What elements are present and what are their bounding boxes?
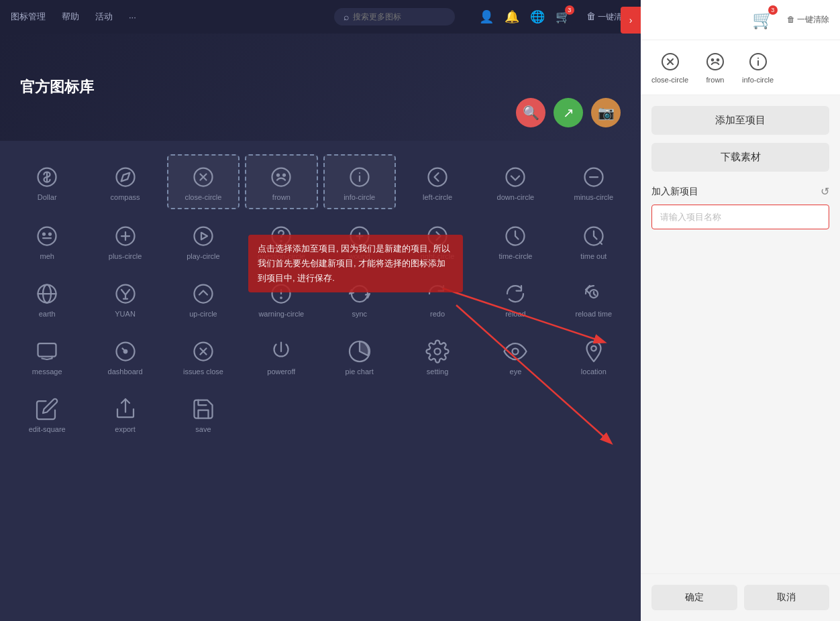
icon-label-issues-close: issues close bbox=[183, 368, 223, 376]
icon-label-down-circle: down-circle bbox=[497, 193, 535, 201]
icon-label-question-circle: question-circle bbox=[258, 252, 305, 260]
icon-cell-plus-circle[interactable]: plus-circle bbox=[89, 215, 161, 267]
nav-more[interactable]: ··· bbox=[129, 12, 136, 22]
icon-label-up-circle: up-circle bbox=[189, 310, 217, 318]
icon-label-timeout: time out bbox=[580, 252, 607, 260]
icon-label-right-circle: right-circle bbox=[421, 252, 455, 260]
icon-cell-right-circle[interactable]: right-circle bbox=[401, 215, 474, 267]
icon-label-eye: eye bbox=[510, 368, 522, 376]
banner: 官方图标库 🔍 ↗ 📷 bbox=[0, 34, 641, 141]
icon-cell-dashboard[interactable]: dashboard bbox=[89, 330, 161, 382]
icon-cell-poweroff[interactable]: poweroff bbox=[245, 330, 317, 382]
icon-label-export: export bbox=[115, 425, 136, 433]
main-area: 图标管理 帮助 活动 ··· ⌕ 👤 🔔 🌐 🛒 3 🗑 一键清除 官方图标库 … bbox=[0, 0, 641, 621]
icon-cell-eye[interactable]: eye bbox=[479, 330, 552, 382]
icon-cell-down-circle[interactable]: down-circle bbox=[479, 154, 552, 209]
icon-cell-location[interactable]: location bbox=[558, 330, 630, 382]
icon-label-wound: wound bbox=[348, 252, 370, 260]
svg-rect-30 bbox=[38, 343, 56, 357]
svg-point-3 bbox=[116, 168, 134, 186]
icon-cell-reload-time[interactable]: reload time bbox=[558, 272, 630, 325]
icon-cell-close-circle[interactable]: close-circle bbox=[167, 154, 240, 209]
panel-cart-badge: 3 bbox=[768, 5, 778, 15]
refresh-icon[interactable]: ↺ bbox=[821, 185, 829, 198]
icon-cell-time-circle[interactable]: time-circle bbox=[479, 215, 552, 267]
icon-cell-yuan[interactable]: YUAN bbox=[89, 272, 161, 325]
svg-point-7 bbox=[283, 174, 285, 176]
icon-label-info-circle: info-circle bbox=[344, 193, 375, 201]
icon-cell-export[interactable]: export bbox=[89, 388, 161, 440]
panel-selected-icon-label-frown: frown bbox=[706, 76, 725, 84]
user-icon[interactable]: 👤 bbox=[479, 9, 494, 24]
icon-label-dollar: Dollar bbox=[38, 193, 57, 201]
project-name-input[interactable] bbox=[651, 205, 829, 229]
panel-header: 🛒 3 🗑 一键清除 bbox=[641, 0, 840, 40]
icon-cell-pie-chart[interactable]: pie chart bbox=[323, 330, 396, 382]
svg-point-5 bbox=[272, 168, 291, 186]
confirm-btn[interactable]: 确定 bbox=[651, 585, 737, 610]
icon-label-frown: frown bbox=[272, 193, 291, 201]
panel-content: 添加至项目 下载素材 加入新项目 ↺ bbox=[641, 95, 840, 573]
panel-toggle-btn[interactable]: › bbox=[621, 7, 641, 34]
nav-help[interactable]: 帮助 bbox=[62, 11, 79, 23]
bell-icon[interactable]: 🔔 bbox=[505, 9, 519, 24]
svg-point-12 bbox=[38, 227, 56, 245]
svg-point-18 bbox=[281, 241, 282, 242]
icon-cell-info-circle[interactable]: info-circle bbox=[323, 154, 396, 209]
icon-label-redo: redo bbox=[430, 310, 445, 318]
svg-point-16 bbox=[194, 227, 212, 245]
banner-title: 官方图标库 bbox=[20, 77, 94, 97]
icon-cell-wound[interactable]: wound bbox=[323, 215, 396, 267]
panel-selected-icon-frown: frown bbox=[704, 51, 726, 84]
icon-cell-sync[interactable]: sync bbox=[323, 272, 396, 325]
icon-cell-issues-close[interactable]: issues close bbox=[167, 330, 240, 382]
svg-point-36 bbox=[591, 346, 596, 351]
nav-activity[interactable]: 活动 bbox=[95, 11, 113, 23]
icon-cell-meh[interactable]: meh bbox=[11, 215, 83, 267]
download-material-btn[interactable]: 下载素材 bbox=[651, 143, 829, 172]
icon-cell-left-circle[interactable]: left-circle bbox=[401, 154, 474, 209]
panel-selected-icon-close-circle: close-circle bbox=[651, 51, 688, 84]
icon-cell-up-circle[interactable]: up-circle bbox=[167, 272, 240, 325]
panel-selected-icon-label-info-circle: info-circle bbox=[742, 76, 774, 84]
icon-label-minus-circle: minus-circle bbox=[574, 193, 613, 201]
icon-cell-reload[interactable]: reload bbox=[479, 272, 552, 325]
add-to-project-btn[interactable]: 添加至项目 bbox=[651, 106, 829, 135]
icon-cell-setting[interactable]: setting bbox=[401, 330, 474, 382]
icon-label-message: message bbox=[32, 368, 62, 376]
icon-label-earth: earth bbox=[39, 310, 56, 318]
icon-cell-warning-circle[interactable]: warning-circle bbox=[245, 272, 317, 325]
icon-cell-minus-circle[interactable]: minus-circle bbox=[558, 154, 630, 209]
panel-clear-btn[interactable]: 🗑 一键清除 bbox=[787, 14, 829, 25]
camera-circle-btn[interactable]: 📷 bbox=[591, 98, 621, 127]
icon-label-time-circle: time-circle bbox=[498, 252, 532, 260]
icon-label-plus-circle: plus-circle bbox=[109, 252, 142, 260]
icon-cell-dollar[interactable]: Dollar bbox=[11, 154, 83, 209]
icon-label-save: save bbox=[195, 425, 211, 433]
svg-point-28 bbox=[281, 297, 282, 298]
globe-icon[interactable]: 🌐 bbox=[530, 9, 545, 24]
icon-cell-save[interactable]: save bbox=[167, 388, 240, 440]
share-circle-btn[interactable]: ↗ bbox=[554, 98, 583, 127]
svg-point-34 bbox=[435, 349, 441, 355]
icon-cell-earth[interactable]: earth bbox=[11, 272, 83, 325]
search-circle-btn[interactable]: 🔍 bbox=[516, 98, 545, 127]
icon-cell-question-circle[interactable]: question-circle bbox=[245, 215, 317, 267]
new-project-header: 加入新项目 ↺ bbox=[651, 185, 829, 198]
icon-cell-play-circle[interactable]: play-circle bbox=[167, 215, 240, 267]
svg-point-35 bbox=[513, 349, 519, 355]
icon-cell-message[interactable]: message bbox=[11, 330, 83, 382]
icon-cell-compass[interactable]: compass bbox=[89, 154, 161, 209]
cancel-btn[interactable]: 取消 bbox=[744, 585, 830, 610]
search-input[interactable] bbox=[353, 12, 440, 21]
panel-cart-icon[interactable]: 🛒 3 bbox=[752, 9, 774, 30]
icon-label-setting: setting bbox=[427, 368, 448, 376]
search-icon: ⌕ bbox=[344, 11, 349, 22]
icon-cell-frown[interactable]: frown bbox=[245, 154, 317, 209]
nav-icon-management[interactable]: 图标管理 bbox=[11, 11, 46, 23]
cart-icon[interactable]: 🛒 3 bbox=[556, 9, 570, 24]
icon-cell-edit-square[interactable]: edit-square bbox=[11, 388, 83, 440]
icon-cell-redo[interactable]: redo bbox=[401, 272, 474, 325]
icon-cell-timeout[interactable]: time out bbox=[558, 215, 630, 267]
icon-grid: Dollarcompassclose-circlefrowninfo-circl… bbox=[11, 154, 630, 440]
